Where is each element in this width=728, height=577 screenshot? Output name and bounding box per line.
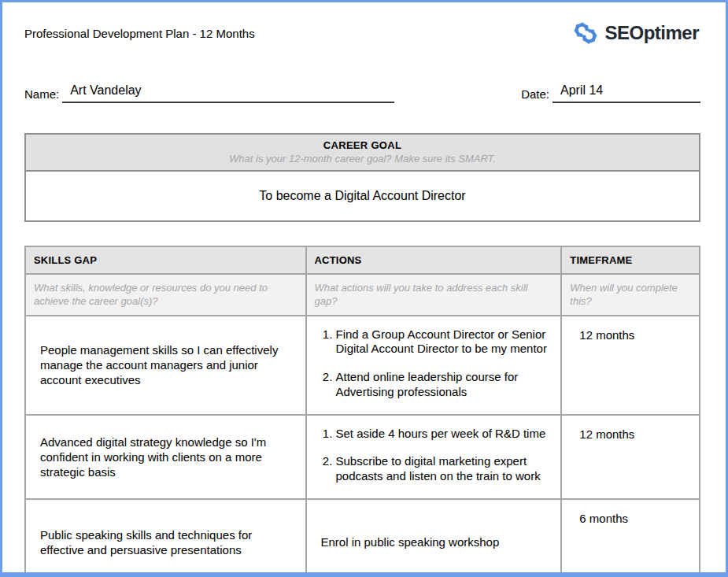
- date-value-field[interactable]: April 14: [552, 83, 700, 103]
- date-field-group: Date: April 14: [521, 83, 700, 103]
- skills-gap-cell[interactable]: Advanced digital strategy knowledge so I…: [25, 415, 306, 499]
- table-subheader-row: What skills, knowledge or resources do y…: [25, 274, 700, 316]
- timeframe-cell[interactable]: 12 months: [561, 316, 700, 415]
- action-item: Attend online leadership course for Adve…: [336, 370, 560, 400]
- action-item: Subscribe to digital marketing expert po…: [336, 454, 560, 484]
- table-row: Advanced digital strategy knowledge so I…: [25, 415, 700, 499]
- career-goal-section: CAREER GOAL What is your 12-month career…: [24, 133, 700, 222]
- column-header-skills-gap: SKILLS GAP: [25, 246, 306, 274]
- career-goal-heading: CAREER GOAL: [26, 139, 699, 151]
- name-label: Name:: [24, 87, 59, 103]
- column-subheader-timeframe: When will you complete this?: [561, 274, 700, 316]
- career-goal-subheading: What is your 12-month career goal? Make …: [26, 153, 699, 165]
- table-row: Public speaking skills and techniques fo…: [25, 499, 700, 577]
- skills-gap-cell[interactable]: People management skills so I can effect…: [25, 316, 306, 415]
- actions-cell[interactable]: Set aside 4 hours per week of R&D time S…: [306, 415, 562, 499]
- table-row: People management skills so I can effect…: [25, 316, 700, 415]
- seoptimer-logo: SEOptimer: [572, 20, 699, 46]
- name-value-field[interactable]: Art Vandelay: [62, 83, 394, 103]
- name-field-group: Name: Art Vandelay: [24, 83, 394, 103]
- brand-name: SEOptimer: [604, 22, 699, 44]
- timeframe-cell[interactable]: 12 months: [561, 415, 700, 499]
- career-goal-value[interactable]: To become a Digital Account Director: [26, 172, 699, 220]
- gears-sync-icon: [572, 20, 599, 46]
- column-subheader-skills-gap: What skills, knowledge or resources do y…: [25, 274, 306, 316]
- timeframe-cell[interactable]: 6 months: [561, 499, 700, 577]
- actions-cell[interactable]: Find a Group Account Director or Senior …: [306, 316, 562, 415]
- column-header-timeframe: TIMEFRAME: [561, 246, 700, 274]
- table-header-row: SKILLS GAP ACTIONS TIMEFRAME: [25, 246, 700, 274]
- document-page: Professional Development Plan - 12 Month…: [2, 2, 726, 577]
- date-label: Date:: [521, 87, 549, 103]
- column-subheader-actions: What actions will you take to address ea…: [306, 274, 562, 316]
- name-date-row: Name: Art Vandelay Date: April 14: [24, 83, 700, 103]
- skills-gap-cell[interactable]: Public speaking skills and techniques fo…: [25, 499, 306, 577]
- action-item: Set aside 4 hours per week of R&D time: [336, 427, 560, 442]
- page-title: Professional Development Plan - 12 Month…: [24, 27, 255, 40]
- action-item: Find a Group Account Director or Senior …: [336, 327, 560, 357]
- document-header: Professional Development Plan - 12 Month…: [24, 20, 700, 46]
- column-header-actions: ACTIONS: [306, 246, 562, 274]
- actions-cell[interactable]: Enrol in public speaking workshop: [306, 499, 562, 577]
- career-goal-header: CAREER GOAL What is your 12-month career…: [26, 135, 699, 172]
- development-plan-table: SKILLS GAP ACTIONS TIMEFRAME What skills…: [24, 246, 700, 577]
